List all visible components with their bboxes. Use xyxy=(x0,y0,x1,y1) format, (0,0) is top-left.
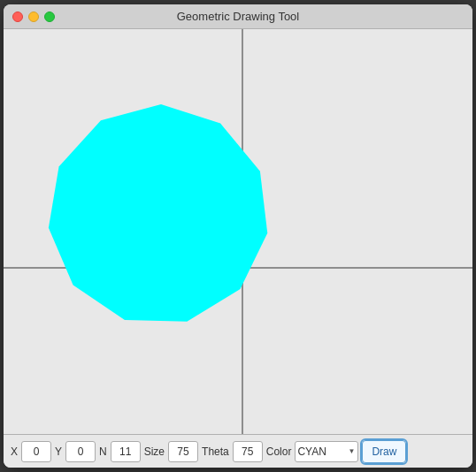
size-label: Size xyxy=(144,445,165,458)
toolbar: X Y N Size Theta Color CYAN RED GREEN BL… xyxy=(4,434,472,468)
color-select-wrapper: CYAN RED GREEN BLUE YELLOW MAGENTA WHITE… xyxy=(295,441,358,462)
y-label: Y xyxy=(55,445,62,458)
size-input[interactable] xyxy=(168,441,198,462)
x-input[interactable] xyxy=(21,441,51,462)
titlebar: Geometric Drawing Tool xyxy=(4,4,472,29)
drawing-canvas[interactable] xyxy=(4,29,472,434)
minimize-button[interactable] xyxy=(28,11,39,22)
color-select[interactable]: CYAN RED GREEN BLUE YELLOW MAGENTA WHITE… xyxy=(295,441,358,462)
draw-button[interactable]: Draw xyxy=(362,440,406,463)
app-window: Geometric Drawing Tool X Y N Size Theta … xyxy=(4,4,472,468)
theta-label: Theta xyxy=(202,445,229,458)
y-input[interactable] xyxy=(65,441,96,462)
n-label: N xyxy=(99,445,107,458)
x-label: X xyxy=(11,445,18,458)
close-button[interactable] xyxy=(12,11,23,22)
traffic-lights xyxy=(12,11,55,22)
theta-input[interactable] xyxy=(233,441,263,462)
color-label: Color xyxy=(266,445,292,458)
maximize-button[interactable] xyxy=(44,11,55,22)
window-title: Geometric Drawing Tool xyxy=(177,10,299,23)
n-input[interactable] xyxy=(111,441,141,462)
